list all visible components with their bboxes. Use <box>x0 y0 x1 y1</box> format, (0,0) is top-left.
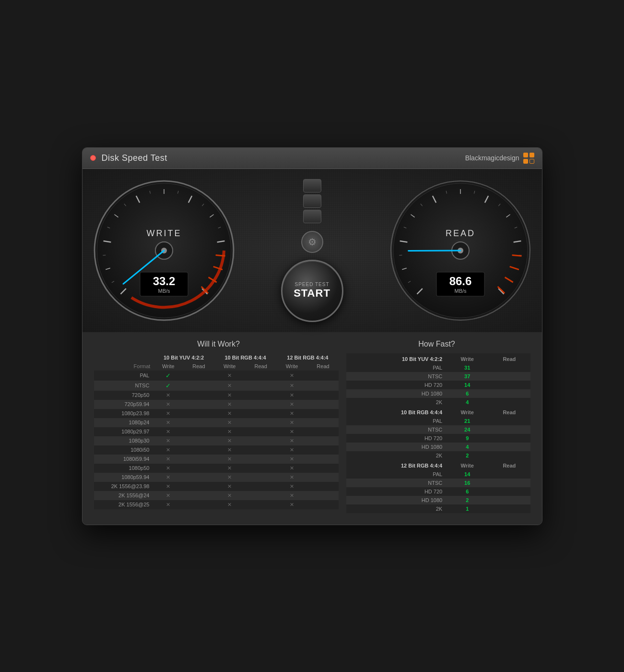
svg-line-62 <box>512 255 521 256</box>
mode-btn-2[interactable] <box>303 194 321 208</box>
val-cell <box>183 445 214 455</box>
data-row: NTSC 16 <box>346 479 530 487</box>
sq1 <box>523 153 528 157</box>
val-cell <box>245 455 277 464</box>
row-label-cell: PAL <box>346 363 446 372</box>
val-cell: ✕ <box>276 482 307 491</box>
svg-text:MB/s: MB/s <box>454 288 467 294</box>
val-cell <box>245 371 277 381</box>
app-window: Disk Speed Test Blackmagicdesign <box>82 147 542 525</box>
write-val-cell: 6 <box>446 389 488 398</box>
how-fast-table: 10 Bit YUV 4:2:2 Write Read PAL 31 NTSC … <box>346 353 530 513</box>
row-label-cell: HD 720 <box>346 487 446 496</box>
val-cell <box>183 409 214 418</box>
val-cell: ✕ <box>153 418 183 427</box>
val-cell <box>307 482 339 491</box>
will-it-work-title: Will it Work? <box>197 340 240 348</box>
will-it-work-section: 10 Bit YUV 4:2:2 10 Bit RGB 4:4:4 12 Bit… <box>94 353 339 513</box>
row-label-cell: HD 720 <box>346 434 446 443</box>
write-val-cell: 2 <box>446 451 488 460</box>
title-bar: Disk Speed Test Blackmagicdesign <box>82 148 542 169</box>
val-cell <box>245 445 277 455</box>
val-cell <box>183 418 214 427</box>
table-row: 1080p24✕✕✕ <box>94 418 339 427</box>
read-val-cell <box>488 417 530 425</box>
row-label-cell: NTSC <box>346 372 446 381</box>
row-label-cell: PAL <box>346 417 446 425</box>
read-val-cell <box>488 372 530 381</box>
read-gauge: READ 86.6 MB/s <box>389 179 532 323</box>
val-cell: ✕ <box>276 464 307 473</box>
format-cell: 1080p50 <box>94 464 153 473</box>
brand-logo: Blackmagicdesign <box>465 153 534 164</box>
val-cell <box>245 482 277 491</box>
read-val-cell <box>488 479 530 487</box>
val-cell <box>245 500 277 509</box>
write-val-cell: 9 <box>446 434 488 443</box>
val-cell <box>307 418 339 427</box>
format-cell: 1080i59.94 <box>94 455 153 464</box>
read-val-cell <box>488 381 530 389</box>
val-cell <box>307 473 339 482</box>
table-row: 2K 1556@24✕✕✕ <box>94 491 339 500</box>
settings-button[interactable]: ⚙ <box>301 231 323 253</box>
data-row: HD 1080 4 <box>346 443 530 451</box>
read-subh-3: Read <box>307 362 339 371</box>
data-row: 2K 1 <box>346 504 530 513</box>
val-cell <box>183 491 214 500</box>
val-cell: ✕ <box>276 409 307 418</box>
val-cell <box>183 400 214 409</box>
write-gauge-container: WRITE 33.2 MB/s <box>92 179 236 323</box>
row-label-cell: 2K <box>346 504 446 513</box>
format-cell: PAL <box>94 371 153 381</box>
section-header-row: 10 Bit RGB 4:4:4 Write Read <box>346 407 530 417</box>
val-cell: ✓ <box>153 381 183 391</box>
mode-buttons <box>303 179 321 223</box>
val-cell <box>245 427 277 436</box>
val-cell <box>245 418 277 427</box>
val-cell: ✕ <box>276 473 307 482</box>
row-label-cell: NTSC <box>346 425 446 434</box>
write-val-cell: 14 <box>446 381 488 389</box>
how-fast-section: 10 Bit YUV 4:2:2 Write Read PAL 31 NTSC … <box>346 353 530 513</box>
val-cell <box>183 371 214 381</box>
mode-btn-3[interactable] <box>303 210 321 223</box>
table-row: 1080p50✕✕✕ <box>94 464 339 473</box>
val-cell: ✕ <box>214 400 245 409</box>
table-row: 720p59.94✕✕✕ <box>94 400 339 409</box>
data-row: HD 720 9 <box>346 434 530 443</box>
val-cell <box>307 427 339 436</box>
mode-btn-1[interactable] <box>303 179 321 192</box>
val-cell: ✕ <box>153 500 183 509</box>
val-cell: ✕ <box>276 436 307 445</box>
format-cell: 1080p24 <box>94 418 153 427</box>
svg-text:READ: READ <box>445 228 475 238</box>
val-cell <box>307 400 339 409</box>
val-cell: ✕ <box>214 473 245 482</box>
data-row: NTSC 24 <box>346 425 530 434</box>
val-cell: ✕ <box>276 381 307 391</box>
start-button[interactable]: SPEED TEST START <box>281 260 343 322</box>
row-label-cell: HD 1080 <box>346 389 446 398</box>
read-val-cell <box>488 487 530 496</box>
write-subh-1: Write <box>153 362 183 371</box>
format-cell: 1080p29.97 <box>94 427 153 436</box>
format-cell: 2K 1556@23.98 <box>94 482 153 491</box>
write-val-cell: 4 <box>446 398 488 407</box>
write-val-cell: 21 <box>446 417 488 425</box>
val-cell: ✕ <box>214 482 245 491</box>
data-row: NTSC 37 <box>346 372 530 381</box>
val-cell: ✕ <box>153 482 183 491</box>
val-cell <box>183 427 214 436</box>
data-row: HD 1080 2 <box>346 496 530 504</box>
close-button[interactable] <box>90 155 96 161</box>
val-cell: ✕ <box>153 427 183 436</box>
format-cell: 720p59.94 <box>94 400 153 409</box>
row-label-cell: PAL <box>346 470 446 479</box>
val-cell: ✕ <box>153 455 183 464</box>
val-cell: ✕ <box>214 436 245 445</box>
write-val-cell: 4 <box>446 443 488 451</box>
val-cell: ✕ <box>214 427 245 436</box>
sq4 <box>530 159 534 164</box>
write-header-cell: Write <box>446 407 488 417</box>
